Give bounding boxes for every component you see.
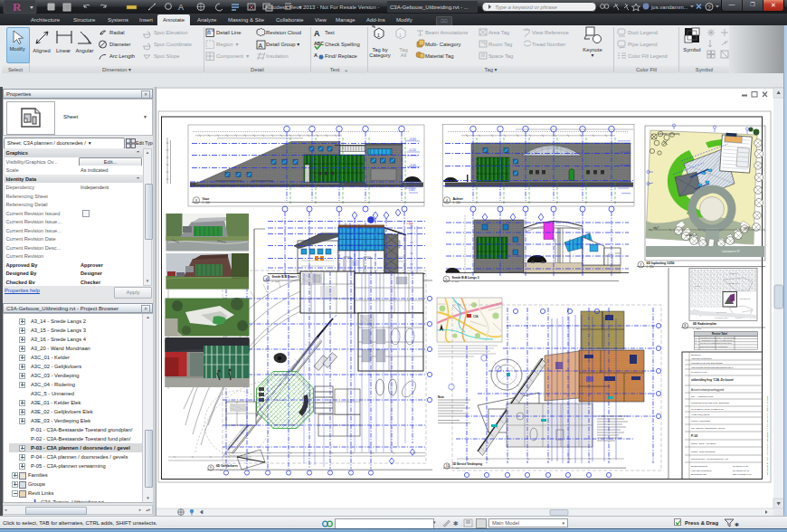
svg-text:1: 1 — [589, 29, 593, 35]
svg-text:Sectie A: Sectie A — [695, 285, 703, 287]
svg-text:Ingehuldigde Bouwplaats Boom: Ingehuldigde Bouwplaats Boomstraat 137 b — [691, 366, 734, 369]
svg-text:Boomstraat 137: Boomstraat 137 — [691, 473, 707, 476]
svg-text:0.000: 0.000 — [409, 188, 415, 192]
svg-text:Lamstraat nr 37: Lamstraat nr 37 — [722, 250, 740, 253]
svg-text:9: 9 — [210, 466, 212, 470]
svg-text:A: A — [259, 43, 263, 49]
svg-text:jos.vandamm...: jos.vandamm... — [650, 5, 688, 10]
svg-text:✱: ✱ — [735, 522, 739, 527]
svg-text:Bouwheer: Bouwheer — [691, 354, 701, 356]
svg-text:A: A — [178, 3, 184, 12]
svg-text:A: A — [314, 52, 318, 58]
svg-text:Parklaan 89 B-9100 Sint-Nikla: Parklaan 89 B-9100 Sint-Niklaas — [691, 362, 723, 365]
svg-text:Actueel ontwerpvoorlieggend: Actueel ontwerpvoorlieggend — [691, 388, 725, 392]
svg-text:Wijziging indeling kelder + ge: Wijziging indeling kelder + gevels noord — [700, 337, 735, 338]
svg-text:Terhagen: Terhagen — [729, 272, 738, 274]
svg-text:6D Gelijkvloers: 6D Gelijkvloers — [216, 464, 238, 468]
svg-text:C3A: C3A — [473, 315, 479, 318]
svg-text:uitbreiding hsg 'C3A -De boo: uitbreiding hsg 'C3A -De boom' — [691, 378, 735, 382]
svg-text:+6.120: +6.120 — [409, 148, 417, 152]
svg-text:Nat 325 b/2: Nat 325 b/2 — [740, 298, 751, 299]
svg-text:1D Eerste Verdieping: 1D Eerste Verdieping — [452, 462, 482, 466]
svg-text:Snede B-B Dwars 1: Snede B-B Dwars 1 — [272, 275, 299, 279]
svg-text:✱: ✱ — [453, 520, 459, 527]
svg-text:1 : 100: 1 : 100 — [203, 201, 211, 204]
svg-text:wandelpad: wandelpad — [686, 233, 697, 237]
svg-text:Aanpassing riolering en nutsle: Aanpassing riolering en nutsleidingen — [700, 339, 734, 341]
svg-text:1 : 100: 1 : 100 — [216, 469, 223, 471]
svg-text:C3A plannen / doorsnedes / gev: C3A plannen / doorsnedes / gevels — [691, 427, 725, 430]
svg-text:ndg 7: ndg 7 — [653, 226, 659, 230]
svg-text:VZW Sint-Franciscus: VZW Sint-Franciscus — [691, 357, 712, 360]
svg-text:Voor: Voor — [203, 197, 211, 201]
svg-text:getekend door : jvd gecon: getekend door : jvd gecontroleerd : em — [691, 458, 728, 461]
svg-text:Boomstraat: Boomstraat — [716, 311, 727, 313]
svg-text:Snede B-B Langs 3: Snede B-B Langs 3 — [452, 276, 479, 280]
svg-text:ABC: ABC — [314, 41, 324, 46]
svg-text:R: R — [13, 0, 22, 14]
svg-text:Bijwerking plannen verwarming: Bijwerking plannen verwarming — [700, 346, 728, 347]
svg-text:+9.450: +9.450 — [409, 138, 417, 141]
svg-text:tel 09/233.09.03 fax 09/2: tel 09/233.09.03 fax 09/233.00.88 — [691, 408, 724, 411]
svg-text:Type a keyword or phrase: Type a keyword or phrase — [495, 5, 558, 10]
svg-text:Autodesk Revit 2013 - Not For: Autodesk Revit 2013 - Not For Resale Ver… — [265, 5, 379, 10]
svg-text:Gemeente Bornem - Uitbreidin: Gemeente Bornem - Uitbreiding kinderdagv… — [766, 395, 769, 475]
svg-text:ndg 3: ndg 3 — [744, 226, 750, 230]
svg-text:VZW Sint-Franciscus: VZW Sint-Franciscus — [691, 470, 712, 472]
svg-text:?: ? — [707, 5, 711, 11]
svg-text:C3A-Gebouw_Uitbreiding.rvt - .: C3A-Gebouw_Uitbreiding.rvt - ... — [390, 5, 469, 10]
svg-text:Tramstraat 57 B-9052 Gent- Zw: Tramstraat 57 B-9052 Gent- Zwijnaarde — [691, 402, 730, 404]
svg-text:datum : 2013 - April 2013: datum : 2013 - April 2013 — [691, 442, 716, 445]
svg-text:fax 03/766.01.45: fax 03/766.01.45 — [733, 470, 749, 472]
svg-text:Achter: Achter — [453, 197, 464, 201]
svg-text:10: 10 — [446, 464, 450, 468]
svg-text:gsm 0475/25.04.00: gsm 0475/25.04.00 — [733, 473, 752, 476]
svg-text:C3A - Architecten cvba: C3A - Architecten cvba — [691, 395, 714, 398]
svg-text:+3.060: +3.060 — [409, 164, 417, 167]
svg-text:schaal : zoals aangeduid: schaal : zoals aangeduid — [691, 451, 716, 453]
svg-text:tuinzone verfraaiing: tuinzone verfraaiing — [658, 132, 680, 136]
svg-text:6D Inplanting 1/250: 6D Inplanting 1/250 — [647, 261, 675, 265]
svg-text:1 : 100: 1 : 100 — [453, 201, 461, 204]
svg-text:Grondkad. Boo: Grondkad. Boo — [715, 317, 728, 318]
svg-text:tel 03/776.04.05: tel 03/776.04.05 — [733, 465, 749, 468]
svg-text:Bouwvergunning: Bouwvergunning — [691, 465, 707, 468]
svg-text:1 : 100: 1 : 100 — [452, 467, 460, 470]
svg-text:P-03: P-03 — [691, 434, 697, 438]
svg-text:tel 03/776.04.05: tel 03/776.04.05 — [691, 371, 707, 374]
svg-text:Revisie gevelmateriaal hoofdvo: Revisie gevelmateriaal hoofdvolume — [700, 342, 733, 344]
svg-text:A: A — [314, 29, 320, 38]
svg-text:project : P03600380: project : P03600380 — [691, 420, 711, 423]
svg-text:Revisie Tabel: Revisie Tabel — [712, 332, 727, 336]
svg-text:Nota:: Nota: — [438, 395, 444, 399]
svg-text:6D Kadasterplan: 6D Kadasterplan — [693, 322, 716, 326]
svg-text:nrs 325 b/2: nrs 325 b/2 — [728, 282, 739, 284]
svg-text:e-mail info@c3a.be: e-mail info@c3a.be — [691, 413, 710, 416]
